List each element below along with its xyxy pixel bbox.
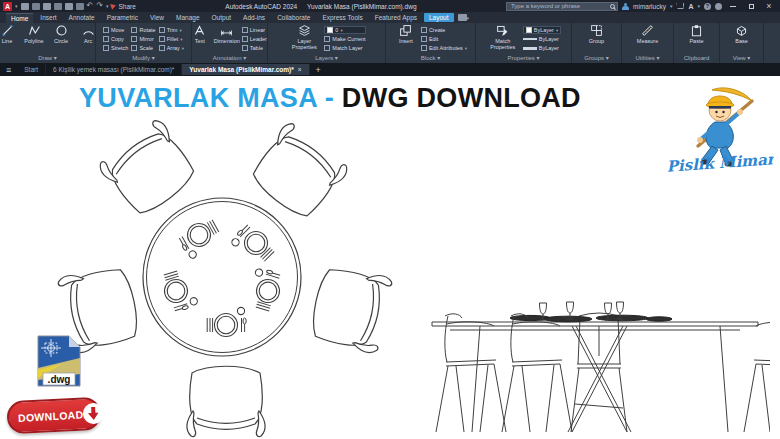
tool-text[interactable]: Text: [192, 24, 212, 44]
tool-bylayer[interactable]: ByLayer: [523, 44, 561, 52]
panel-label-draw[interactable]: Draw ▾: [0, 54, 95, 63]
file-tab-6-ki-ilik-yemek-masas-pislikmi[interactable]: 6 Kişilik yemek masası (PislikMimar.com)…: [46, 64, 182, 75]
tool-scale[interactable]: Scale: [131, 44, 155, 52]
tool-label: Fillet: [167, 36, 179, 42]
search-icon[interactable]: [610, 4, 615, 9]
panel-label-view[interactable]: View ▾: [720, 54, 763, 63]
plot-icon[interactable]: [65, 3, 73, 10]
tool-edit[interactable]: Edit: [421, 35, 467, 43]
workspace-switch-icon[interactable]: [458, 14, 467, 21]
tool-bylayer[interactable]: ByLayer: [523, 35, 561, 43]
tool-stretch[interactable]: Stretch: [103, 44, 128, 52]
save-as-icon[interactable]: [54, 3, 62, 10]
tool-match-layer[interactable]: Match Layer: [324, 44, 365, 52]
undo-icon[interactable]: ↶: [87, 2, 94, 10]
panel-label-layers[interactable]: Layers ▾: [268, 54, 385, 63]
menu-icon[interactable]: ≡: [0, 65, 17, 75]
rotate-icon: [131, 27, 137, 33]
tool-copy[interactable]: Copy: [103, 35, 128, 43]
maximize-button[interactable]: [744, 1, 758, 12]
tool-linear[interactable]: Linear▾: [242, 26, 267, 34]
ribbon-tab-parametric[interactable]: Parametric: [102, 13, 143, 22]
autocad-logo-icon[interactable]: A: [3, 2, 12, 11]
tool-array[interactable]: Array▾: [159, 44, 184, 52]
user-avatar-icon[interactable]: [622, 3, 629, 10]
base-icon: [735, 24, 748, 37]
workspace-caret-icon[interactable]: ▾: [467, 15, 470, 21]
file-tab-start[interactable]: Start: [17, 64, 46, 75]
window-title: Autodesk AutoCAD 2024 Yuvarlak Masa (Pis…: [136, 3, 506, 10]
ribbon-tab-view[interactable]: View: [145, 13, 169, 22]
tool-table[interactable]: Table: [242, 44, 267, 52]
tool-bylayer[interactable]: ByLayer▾: [523, 26, 561, 34]
ribbon-tab-annotate[interactable]: Annotate: [64, 13, 100, 22]
app-menu-caret-icon[interactable]: ▾: [15, 3, 18, 9]
apps-caret-icon[interactable]: ▾: [697, 3, 700, 9]
tool-create[interactable]: Create: [421, 26, 467, 34]
notifications-icon[interactable]: [715, 3, 722, 10]
minimize-button[interactable]: [726, 1, 740, 12]
tool-base[interactable]: Base: [730, 24, 754, 44]
tool-layer-properties[interactable]: Layer Properties: [287, 24, 321, 50]
panel-label-clipboard[interactable]: Clipboard: [674, 54, 719, 63]
open-folder-icon[interactable]: [32, 3, 40, 10]
tool-paste[interactable]: Paste: [685, 24, 709, 44]
help-search[interactable]: [506, 2, 618, 11]
tool-mirror[interactable]: Mirror: [131, 35, 155, 43]
tool-line[interactable]: Line: [0, 24, 19, 44]
search-input[interactable]: [509, 3, 610, 9]
new-file-icon[interactable]: [21, 3, 29, 10]
tool-polyline[interactable]: Polyline: [22, 24, 46, 44]
ribbon-tab-add-ins[interactable]: Add-ins: [238, 13, 270, 22]
tool-group[interactable]: Group: [585, 24, 609, 44]
panel-label-groups[interactable]: Groups ▾: [572, 54, 621, 63]
tool-leader[interactable]: Leader▾: [242, 35, 267, 43]
tool-circle[interactable]: Circle: [49, 24, 73, 44]
user-menu-caret-icon[interactable]: ▾: [670, 3, 673, 9]
tool-move[interactable]: Move: [103, 26, 128, 34]
tool-insert[interactable]: Insert: [394, 24, 418, 44]
tool-arc[interactable]: Arc: [76, 24, 95, 44]
qat-customize-caret-icon[interactable]: ▾: [106, 3, 109, 9]
tool-make-current[interactable]: Make Current: [324, 35, 365, 43]
print-icon[interactable]: [76, 3, 84, 10]
panel-label-annotation[interactable]: Annotation ▾: [192, 54, 267, 63]
tool-label: Match Properties: [486, 38, 520, 50]
ribbon-tab-featured-apps[interactable]: Featured Apps: [370, 13, 422, 22]
redo-icon[interactable]: ↷: [96, 2, 103, 10]
panel-label-block[interactable]: Block ▾: [386, 54, 475, 63]
help-icon[interactable]: ?: [704, 3, 711, 10]
ribbon-tab-insert[interactable]: Insert: [35, 13, 61, 22]
share-button[interactable]: Share: [111, 3, 135, 10]
file-tab-label: Start: [24, 66, 38, 73]
file-tab-yuvarlak-masa-pislikmimar-com[interactable]: Yuvarlak Masa (PislikMimar.com)*×: [182, 64, 309, 75]
new-tab-button[interactable]: +: [310, 65, 327, 75]
panel-label-properties[interactable]: Properties ▾: [476, 54, 571, 63]
ribbon-tab-home[interactable]: Home: [6, 13, 33, 23]
tool-match-properties[interactable]: Match Properties: [486, 24, 520, 50]
save-icon[interactable]: [43, 3, 51, 10]
page-title: YUVARLAK MASA - DWG DOWNLOAD: [30, 83, 630, 114]
tool-fillet[interactable]: Fillet▾: [159, 35, 184, 43]
elevation-platters: [510, 315, 672, 322]
tool-measure[interactable]: Measure: [636, 24, 660, 44]
tool-dimension[interactable]: Dimension: [215, 24, 239, 44]
panel-label-utilities[interactable]: Utilities ▾: [622, 54, 673, 63]
tool-rotate[interactable]: Rotate: [131, 26, 155, 34]
ribbon-tab-output[interactable]: Output: [207, 13, 237, 22]
tool-edit-attributes[interactable]: Edit Attributes▾: [421, 44, 467, 52]
ribbon-tab-collaborate[interactable]: Collaborate: [272, 13, 315, 22]
close-tab-icon[interactable]: ×: [298, 66, 302, 73]
username[interactable]: mimarlucky: [633, 3, 666, 10]
tool-label: Layer Properties: [287, 38, 321, 50]
autodesk-apps-icon[interactable]: A: [688, 3, 693, 10]
tool-0-layer[interactable]: 0▾: [324, 26, 365, 34]
panel-label-modify[interactable]: Modify ▾: [96, 54, 191, 63]
download-button[interactable]: DOWNLOAD: [6, 397, 102, 435]
ribbon-tab-layout[interactable]: Layout: [424, 13, 454, 22]
close-button[interactable]: ×: [762, 1, 776, 12]
ribbon-tab-express-tools[interactable]: Express Tools: [317, 13, 367, 22]
ribbon-tab-manage[interactable]: Manage: [171, 13, 205, 22]
store-cart-icon[interactable]: [676, 3, 684, 9]
tool-trim[interactable]: Trim▾: [159, 26, 184, 34]
